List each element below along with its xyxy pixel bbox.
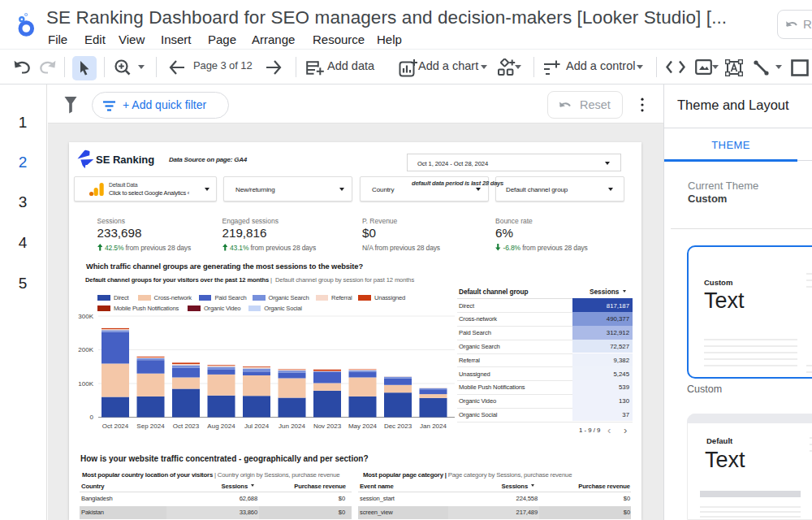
svg-text:Jan 2024: Jan 2024 (420, 422, 447, 430)
svg-text:100K: 100K (78, 380, 93, 388)
svg-text:Nov 2023: Nov 2023 (313, 422, 342, 430)
svg-text:Sep 2024: Sep 2024 (136, 422, 165, 430)
svg-text:200K: 200K (78, 346, 93, 353)
svg-text:May 2024: May 2024 (348, 422, 378, 430)
svg-text:0: 0 (90, 414, 94, 421)
svg-text:Jul 2024: Jul 2024 (244, 422, 270, 430)
svg-text:300K: 300K (78, 313, 93, 320)
svg-text:Jun 2024: Jun 2024 (279, 422, 305, 430)
svg-text:Oct 2023: Oct 2023 (173, 422, 200, 430)
svg-text:Oct 2024: Oct 2024 (102, 422, 129, 430)
svg-text:Dec 2023: Dec 2023 (384, 422, 412, 430)
svg-text:Aug 2024: Aug 2024 (207, 422, 235, 430)
